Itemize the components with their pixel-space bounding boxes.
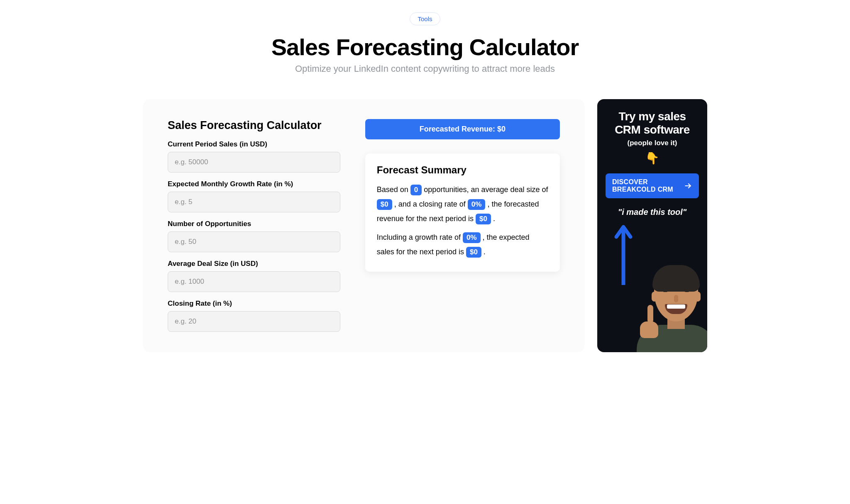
value-opportunities: 0 <box>410 185 422 195</box>
summary-text: opportunities, an average deal size of <box>424 185 548 194</box>
page-title: Sales Forecasting Calculator <box>143 34 707 60</box>
page-subtitle: Optimize your LinkedIn content copywriti… <box>143 63 707 74</box>
input-closing-rate[interactable] <box>168 311 340 332</box>
input-current-sales[interactable] <box>168 152 340 173</box>
label-growth-rate: Expected Monthly Growth Rate (in %) <box>168 180 340 188</box>
summary-paragraph-2: Including a growth rate of 0% , the expe… <box>377 230 548 259</box>
summary-text: Based on <box>377 185 410 194</box>
forecast-banner-label: Forecasted Revenue: <box>420 125 497 133</box>
summary-paragraph-1: Based on 0 opportunities, an average dea… <box>377 183 548 226</box>
forecast-banner: Forecasted Revenue: $0 <box>365 119 560 139</box>
cta-line1: DISCOVER <box>612 178 673 186</box>
person-photo <box>641 263 707 352</box>
label-opportunities: Number of Opportunities <box>168 220 340 228</box>
pointing-down-icon: 👇 <box>606 151 699 165</box>
promo-tagline: (people love it) <box>606 139 699 147</box>
input-opportunities[interactable] <box>168 231 340 252</box>
forecast-summary-card: Forecast Summary Based on 0 opportunitie… <box>365 153 560 272</box>
value-growth-rate: 0% <box>463 232 481 243</box>
value-revenue: $0 <box>476 214 491 224</box>
hero: Tools Sales Forecasting Calculator Optim… <box>143 12 707 74</box>
pointing-hand-icon <box>640 309 658 338</box>
summary-text: , and a closing rate of <box>394 200 468 208</box>
arrow-right-icon <box>684 182 692 190</box>
label-deal-size: Average Deal Size (in USD) <box>168 260 340 268</box>
arrow-up-icon <box>614 223 633 285</box>
label-closing-rate: Closing Rate (in %) <box>168 299 340 308</box>
summary-text: Including a growth rate of <box>377 233 463 241</box>
value-closing-rate: 0% <box>468 199 486 210</box>
promo-sidebar: Try my sales CRM software (people love i… <box>597 99 707 352</box>
forecast-banner-value: $0 <box>497 125 506 133</box>
value-deal-size: $0 <box>377 199 392 210</box>
form-heading: Sales Forecasting Calculator <box>168 119 340 132</box>
summary-text: . <box>493 214 495 223</box>
label-current-sales: Current Period Sales (in USD) <box>168 140 340 149</box>
promo-quote: "i made this tool" <box>606 207 699 217</box>
input-growth-rate[interactable] <box>168 192 340 212</box>
tools-badge[interactable]: Tools <box>410 12 440 25</box>
summary-text: . <box>484 248 486 256</box>
value-expected-sales: $0 <box>466 247 481 258</box>
promo-title-line2: CRM software <box>606 123 699 136</box>
summary-title: Forecast Summary <box>377 164 548 176</box>
discover-crm-button[interactable]: DISCOVER BREAKCOLD CRM <box>606 173 699 198</box>
calculator-panel: Sales Forecasting Calculator Current Per… <box>143 99 585 352</box>
input-deal-size[interactable] <box>168 271 340 292</box>
promo-title-line1: Try my sales <box>606 110 699 123</box>
cta-line2: BREAKCOLD CRM <box>612 186 673 193</box>
